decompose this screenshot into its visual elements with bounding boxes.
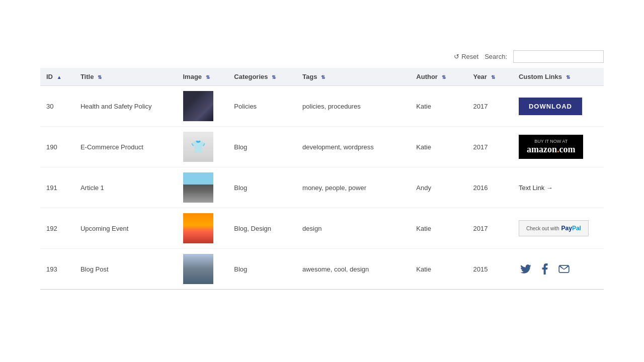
row-image: 👕 — [183, 132, 213, 162]
cell-year: 2016 — [467, 167, 513, 208]
twitter-icon[interactable] — [519, 262, 533, 276]
paypal-button[interactable]: Check out with PayPal — [519, 220, 589, 236]
cell-title: Article 1 — [74, 167, 177, 208]
sort-icon-id: ▲ — [57, 74, 62, 80]
sort-icon-categories: ⇅ — [272, 74, 276, 80]
amazon-button[interactable]: BUY IT NOW ATamazon.com — [519, 135, 583, 159]
cell-title: Upcoming Event — [74, 208, 177, 249]
data-table: ID ▲ Title ⇅ Image ⇅ Categories ⇅ Tags ⇅… — [40, 68, 604, 290]
cell-image — [177, 249, 228, 290]
col-header-author[interactable]: Author ⇅ — [410, 68, 467, 86]
row-image — [183, 172, 213, 203]
cell-image: 👕 — [177, 127, 228, 167]
cell-year: 2017 — [467, 127, 513, 167]
col-header-id[interactable]: ID ▲ — [40, 68, 74, 86]
cell-custom-links: Check out with PayPal — [513, 208, 604, 249]
col-header-categories[interactable]: Categories ⇅ — [228, 68, 296, 86]
table-row: 193Blog PostBlogawesome, cool, designKat… — [40, 249, 604, 290]
cell-id: 191 — [40, 167, 74, 208]
table-row: 30Health and Safety PolicyPoliciespolici… — [40, 86, 604, 127]
reset-icon: ↺ — [454, 53, 459, 60]
col-header-image[interactable]: Image ⇅ — [177, 68, 228, 86]
cell-author: Katie — [410, 208, 467, 249]
cell-tags: design — [296, 208, 410, 249]
cell-title: E-Commerce Product — [74, 127, 177, 167]
paypal-small-label: Check out with — [526, 226, 559, 231]
paypal-logo: PayPal — [561, 225, 581, 232]
sort-icon-image: ⇅ — [206, 74, 210, 80]
cell-id: 193 — [40, 249, 74, 290]
cell-author: Katie — [410, 249, 467, 290]
cell-image — [177, 167, 228, 208]
cell-tags: awesome, cool, design — [296, 249, 410, 290]
col-header-year[interactable]: Year ⇅ — [467, 68, 513, 86]
cell-author: Andy — [410, 167, 467, 208]
cell-tags: money, people, power — [296, 167, 410, 208]
cell-year: 2017 — [467, 208, 513, 249]
cell-id: 190 — [40, 127, 74, 167]
table-row: 192Upcoming EventBlog, DesigndesignKatie… — [40, 208, 604, 249]
reset-button[interactable]: ↺ Reset — [454, 53, 478, 60]
row-image — [183, 91, 213, 121]
cell-custom-links: Text Link → — [513, 167, 604, 208]
sort-icon-title: ⇅ — [98, 74, 102, 80]
cell-title: Health and Safety Policy — [74, 86, 177, 127]
email-icon[interactable] — [557, 262, 571, 276]
cell-year: 2017 — [467, 86, 513, 127]
social-icons-group — [519, 262, 598, 276]
cell-categories: Blog — [228, 127, 296, 167]
cell-tags: policies, procedures — [296, 86, 410, 127]
sort-icon-year: ⇅ — [491, 74, 495, 80]
sort-icon-links: ⇅ — [566, 74, 570, 80]
search-label: Search: — [485, 53, 507, 60]
cell-author: Katie — [410, 86, 467, 127]
table-header-row: ID ▲ Title ⇅ Image ⇅ Categories ⇅ Tags ⇅… — [40, 68, 604, 86]
page-wrapper: ↺ Reset Search: ID ▲ Title ⇅ Image ⇅ Cat… — [0, 0, 644, 310]
search-input[interactable] — [513, 50, 604, 63]
cell-title: Blog Post — [74, 249, 177, 290]
table-row: 190E-Commerce Product👕Blogdevelopment, w… — [40, 127, 604, 167]
cell-id: 30 — [40, 86, 74, 127]
row-image — [183, 254, 213, 284]
cell-categories: Blog — [228, 249, 296, 290]
facebook-icon[interactable] — [538, 262, 552, 276]
cell-custom-links: BUY IT NOW ATamazon.com — [513, 127, 604, 167]
sort-icon-author: ⇅ — [442, 74, 446, 80]
cell-categories: Blog, Design — [228, 208, 296, 249]
download-button[interactable]: DOWNLOAD — [519, 98, 582, 115]
amazon-top-label: BUY IT NOW AT — [534, 139, 568, 144]
col-header-custom-links[interactable]: Custom Links ⇅ — [513, 68, 604, 86]
col-header-title[interactable]: Title ⇅ — [74, 68, 177, 86]
cell-image — [177, 86, 228, 127]
cell-author: Katie — [410, 127, 467, 167]
sort-icon-tags: ⇅ — [321, 74, 325, 80]
cell-categories: Blog — [228, 167, 296, 208]
table-row: 191Article 1Blogmoney, people, powerAndy… — [40, 167, 604, 208]
cell-custom-links — [513, 249, 604, 290]
toolbar: ↺ Reset Search: — [40, 50, 604, 63]
cell-tags: development, wordpress — [296, 127, 410, 167]
cell-custom-links: DOWNLOAD — [513, 86, 604, 127]
cell-id: 192 — [40, 208, 74, 249]
cell-year: 2015 — [467, 249, 513, 290]
reset-label: Reset — [461, 53, 478, 60]
col-header-tags[interactable]: Tags ⇅ — [296, 68, 410, 86]
row-image — [183, 213, 213, 243]
cell-categories: Policies — [228, 86, 296, 127]
amazon-brand-label: amazon.com — [527, 144, 575, 155]
text-link[interactable]: Text Link → — [519, 184, 598, 192]
cell-image — [177, 208, 228, 249]
